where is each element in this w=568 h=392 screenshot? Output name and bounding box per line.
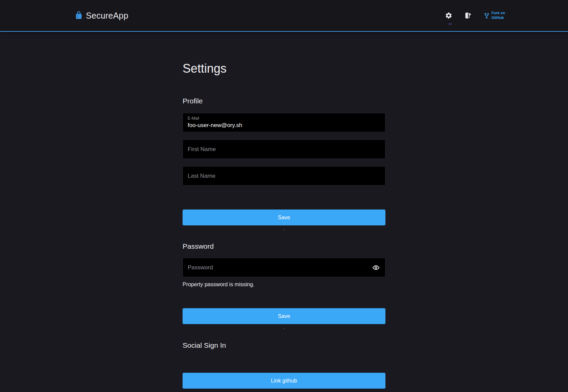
- dot-separator: [284, 328, 285, 329]
- last-name-field[interactable]: [183, 166, 385, 186]
- fork-link-label: Fork on GitHub: [492, 11, 505, 20]
- settings-page: Settings Profile E-Mail Save Password Pr…: [183, 32, 385, 389]
- eye-icon: [372, 264, 380, 271]
- settings-button[interactable]: [444, 11, 453, 20]
- password-field[interactable]: [183, 258, 385, 277]
- dot-separator: [284, 229, 285, 230]
- email-field-label: E-Mail: [188, 116, 380, 121]
- fork-on-github-link[interactable]: Fork on GitHub: [483, 11, 505, 20]
- logout-button[interactable]: [463, 11, 472, 20]
- logout-icon: [464, 12, 471, 19]
- email-field[interactable]: E-Mail: [183, 113, 385, 132]
- brand-name: SecureApp: [86, 11, 128, 21]
- email-input[interactable]: [188, 121, 380, 129]
- profile-save-button[interactable]: Save: [183, 210, 385, 225]
- link-github-button[interactable]: Link github: [183, 373, 385, 389]
- navbar-actions: Fork on GitHub: [444, 11, 505, 20]
- last-name-input[interactable]: [188, 173, 380, 179]
- lock-icon: [75, 11, 82, 20]
- first-name-input[interactable]: [188, 146, 380, 153]
- gear-underline-mark: [449, 24, 452, 24]
- gear-icon: [445, 12, 452, 19]
- page-title: Settings: [183, 62, 385, 76]
- password-input[interactable]: [188, 264, 380, 271]
- brand-logo[interactable]: SecureApp: [75, 11, 128, 21]
- password-error-message: Property password is missing.: [183, 281, 385, 288]
- password-save-button[interactable]: Save: [183, 308, 385, 324]
- password-section-heading: Password: [183, 242, 385, 250]
- git-fork-icon: [483, 13, 490, 19]
- first-name-field[interactable]: [183, 140, 385, 159]
- social-section-heading: Social Sign In: [183, 341, 385, 349]
- reveal-password-button[interactable]: [372, 263, 380, 272]
- profile-section-heading: Profile: [183, 97, 385, 105]
- navbar: SecureApp Fork on: [0, 0, 568, 32]
